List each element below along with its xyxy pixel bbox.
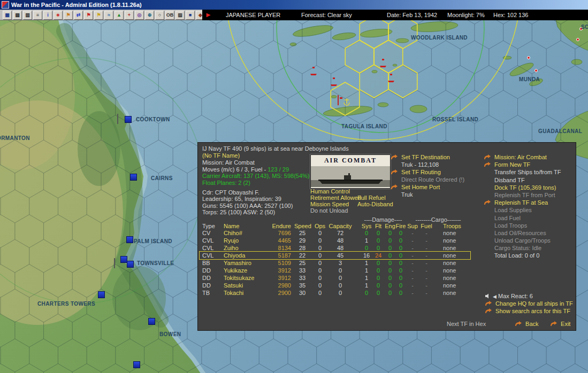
- ship-name[interactable]: Tokachi: [224, 290, 270, 296]
- jp-tf-icon[interactable]: [338, 95, 339, 105]
- toolbar-disk-icon[interactable]: ▦: [3, 11, 12, 20]
- ship-row[interactable]: BB Yamashiro 5109 25 0 3 1 0 0 0 - - non…: [198, 260, 476, 267]
- search-arcs-button[interactable]: Show search arcs for this TF: [485, 308, 570, 315]
- ship-row[interactable]: CV Chiho# 7696 25 0 72 0 0 0 0 - - none: [198, 230, 476, 237]
- back-button[interactable]: Back: [515, 321, 539, 328]
- tf-command[interactable]: Load Supplies: [484, 207, 561, 214]
- ship-row[interactable]: DD Tokitsukaze 3912 33 0 0 1 0 0 0 - - n…: [198, 275, 476, 282]
- ship-name[interactable]: Zuiho: [224, 245, 270, 251]
- toolbar-flag-yellow-icon[interactable]: ⚑: [94, 11, 103, 20]
- nav-commands: Set TF Destination Truk - 112,108 Set TF…: [391, 154, 464, 199]
- toolbar-weather-icon[interactable]: ≈: [104, 11, 113, 20]
- toolbar-flags-icon[interactable]: ⚑: [64, 11, 73, 20]
- flag-do-not-unload[interactable]: Do not Unload: [310, 207, 348, 214]
- ship-fire-damage: 0: [394, 260, 407, 266]
- ship-cargo-fuel: -: [419, 290, 434, 296]
- ship-row[interactable]: DD Satsuki 2980 35 0 0 1 0 0 0 - - none: [198, 282, 476, 290]
- ship-row[interactable]: CVL Chiyoda 5187 22 0 45 16 24 0 0 - - n…: [198, 252, 476, 260]
- ship-row[interactable]: CVL Ryujo 4465 29 0 48 1 0 0 0 - - none: [198, 237, 476, 245]
- ship-name[interactable]: Tokitsukaze: [224, 275, 270, 281]
- allied-base-icon[interactable]: [126, 236, 133, 243]
- toolbar-search-icon[interactable]: ○: [155, 11, 164, 20]
- allied-base-icon[interactable]: [127, 261, 134, 268]
- ship-row[interactable]: DD Yukikaze 3912 33 0 0 1 0 0 0 - - none: [198, 267, 476, 275]
- nav-command[interactable]: Truk: [391, 191, 464, 199]
- ship-name[interactable]: Yukikaze: [224, 267, 270, 274]
- toolbar-flag-red-icon[interactable]: ⚑: [84, 11, 93, 20]
- nav-command[interactable]: Truk - 112,108: [391, 161, 464, 169]
- ship-type: CVL: [202, 245, 223, 251]
- toolbar-terrain-icon[interactable]: ▲: [114, 11, 124, 20]
- nav-command[interactable]: Set TF Routing: [391, 169, 464, 176]
- change-hq-button[interactable]: Change HQ for all ships in TF: [485, 300, 573, 307]
- fuel-value: 123 / 29: [268, 166, 289, 173]
- next-tf-button[interactable]: Next TF in Hex: [447, 321, 486, 327]
- tf-command[interactable]: Replenish TF from Port: [484, 192, 561, 199]
- tf-command[interactable]: Load Troops: [484, 222, 561, 230]
- supply-base-icon[interactable]: [117, 114, 118, 124]
- tf-commander[interactable]: Cdr: CPT Obayashi F.: [202, 189, 259, 196]
- ship-name[interactable]: Yamashiro: [224, 260, 270, 266]
- toolbar-strike-icon[interactable]: ∗: [54, 11, 63, 20]
- allied-base-icon[interactable]: [148, 318, 155, 325]
- toolbar-globe-icon[interactable]: ⊕: [145, 11, 154, 20]
- toolbar-grid-icon[interactable]: ▨: [175, 11, 185, 20]
- allied-base-icon[interactable]: [125, 116, 132, 123]
- col-ops: Ops: [312, 223, 327, 229]
- speaker-icon[interactable]: [485, 293, 491, 300]
- command-label: Replenish TF from Port: [494, 192, 555, 198]
- play-button[interactable]: ►: [205, 11, 212, 19]
- flag-auto-disband[interactable]: Auto-Disband: [357, 201, 393, 207]
- tf-command[interactable]: Form New TF: [484, 161, 561, 169]
- ship-row[interactable]: CVL Zuiho 8134 28 0 48 0 0 0 0 - - none: [198, 245, 476, 252]
- ship-speed: 25: [294, 230, 310, 236]
- tf-command[interactable]: Cargo Status: Idle: [484, 245, 561, 252]
- flag-mission-speed[interactable]: Mission Speed: [310, 201, 349, 207]
- flag-retirement[interactable]: Retirement Allowed: [310, 195, 361, 201]
- exit-button[interactable]: Exit: [550, 321, 570, 328]
- toolbar-stack-icon[interactable]: ≡: [33, 11, 42, 20]
- ship-speed: 30: [294, 290, 310, 296]
- toolbar-reinforce-icon[interactable]: +: [125, 11, 134, 20]
- nav-command[interactable]: Set Home Port: [391, 184, 464, 191]
- command-label: Cargo Status: Idle: [494, 245, 541, 251]
- tf-command[interactable]: Load Oil/Resources: [484, 230, 561, 237]
- tf-command[interactable]: Total Load: 0 of 0: [484, 252, 561, 260]
- command-label: Set TF Routing: [401, 169, 441, 175]
- map-place-label: GUADALCANAL: [538, 128, 582, 134]
- toolbar-report-icon[interactable]: ▥: [23, 11, 32, 20]
- flag-human-control[interactable]: Human Control: [310, 188, 350, 195]
- toolbar-transfer-icon[interactable]: ⇄: [74, 11, 83, 20]
- tf-command[interactable]: Load Fuel: [484, 215, 561, 222]
- toolbar-sigint-icon[interactable]: ◎: [135, 11, 144, 20]
- toolbar-map-icon[interactable]: ■: [186, 11, 195, 20]
- allied-base-icon[interactable]: [98, 291, 105, 298]
- tf-command[interactable]: Transfer Ships to/from TF: [484, 169, 561, 176]
- tf-command[interactable]: Dock TF (105,369 tons): [484, 184, 561, 192]
- flag-full-refuel[interactable]: Full Refuel: [357, 195, 386, 201]
- ship-speed: 22: [294, 252, 310, 259]
- tf-command[interactable]: Replenish TF at Sea: [484, 199, 561, 207]
- tf-command[interactable]: Unload Cargo/Troops: [484, 237, 561, 245]
- tf-name[interactable]: (No TF Name): [202, 152, 240, 159]
- nav-command[interactable]: Direct Route Ordered (!): [391, 176, 464, 184]
- ship-name[interactable]: Chiho#: [224, 230, 270, 236]
- allied-base-icon[interactable]: [130, 174, 137, 181]
- tf-command[interactable]: Mission: Air Combat: [484, 154, 561, 161]
- ship-name[interactable]: Ryujo: [224, 237, 270, 244]
- ship-row[interactable]: TB Tokachi 2900 30 0 0 0 0 0 0 - - none: [198, 290, 476, 297]
- supply-base-icon[interactable]: [114, 258, 115, 268]
- ship-name[interactable]: Satsuki: [224, 282, 270, 289]
- allied-base-icon[interactable]: [133, 361, 140, 368]
- ship-troops: none: [443, 230, 475, 236]
- command-label: Truk - 112,108: [401, 161, 439, 168]
- ship-name[interactable]: Chiyoda: [224, 252, 270, 259]
- toolbar-ob-icon[interactable]: OB: [165, 11, 174, 20]
- nav-command[interactable]: Set TF Destination: [391, 154, 464, 161]
- max-react-control[interactable]: ◀ Max React: 6: [485, 293, 533, 300]
- toolbar-orders-icon[interactable]: ▤: [13, 11, 22, 20]
- tf-command[interactable]: Disband TF: [484, 177, 561, 184]
- decrease-react-icon[interactable]: ◀: [493, 294, 497, 299]
- map-place-label: TAGULA ISLAND: [341, 123, 387, 129]
- toolbar-info-icon[interactable]: i: [43, 11, 52, 20]
